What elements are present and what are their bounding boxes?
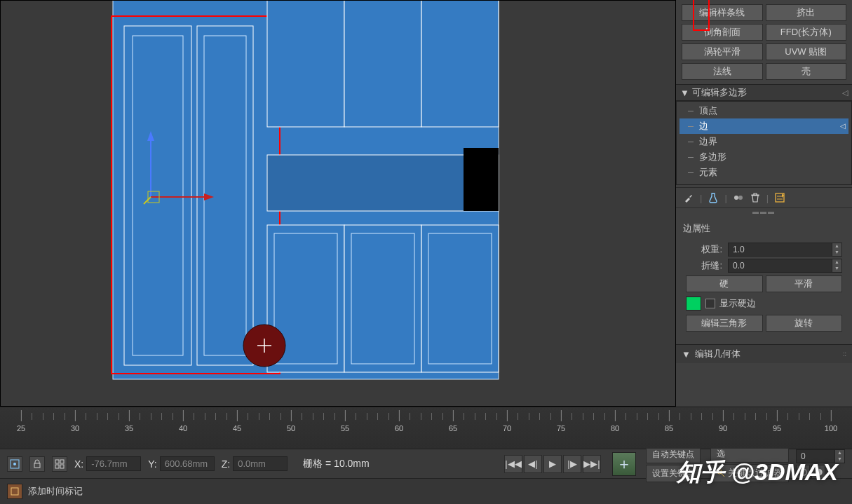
svg-rect-32 (55, 460, 59, 463)
modifier-panel: 编辑样条线 挤出 倒角剖面 FFD(长方体) 涡轮平滑 UVW 贴图 法线 壳 … (676, 0, 852, 407)
edit-geometry-label: 编辑几何体 (695, 348, 741, 360)
ruler-tick: 25 (17, 424, 25, 433)
play-icon[interactable]: ▶ (543, 455, 562, 473)
add-time-marker-label[interactable]: 添加时间标记 (28, 485, 83, 498)
pin-icon[interactable] (683, 192, 694, 203)
weight-label: 权重: (686, 243, 722, 256)
ruler-tick: 35 (125, 424, 133, 433)
svg-rect-34 (60, 460, 64, 463)
extrude-button[interactable]: 挤出 (766, 4, 847, 21)
uvw-map-button[interactable]: UVW 贴图 (766, 43, 847, 60)
edit-spline-button[interactable]: 编辑样条线 (682, 4, 763, 21)
subobj-polygon[interactable]: 多边形 (679, 149, 848, 165)
lock-icon[interactable] (29, 456, 45, 472)
svg-point-30 (13, 463, 16, 465)
prev-frame-icon[interactable]: ◀| (524, 455, 542, 473)
hard-button[interactable]: 硬 (686, 275, 763, 292)
x-label: X: (74, 458, 83, 470)
stack-arrow-icon: ◁ (842, 88, 848, 97)
nav-icon-2[interactable]: ◑ (811, 465, 825, 479)
transform-type-icon[interactable] (52, 456, 67, 472)
crease-label: 折缝: (686, 259, 722, 272)
key-filters-button[interactable]: 关键点过滤器 (710, 464, 789, 482)
edge-props-title: 边属性 (679, 219, 849, 238)
ffd-box-button[interactable]: FFD(长方体) (766, 24, 847, 41)
svg-rect-10 (464, 148, 499, 211)
turn-button[interactable]: 旋转 (766, 315, 843, 332)
ruler-tick: 65 (449, 424, 457, 433)
goto-end-icon[interactable]: ▶▶| (583, 455, 601, 473)
ruler-tick: 90 (719, 424, 727, 433)
config-icon[interactable] (774, 192, 785, 203)
next-frame-icon[interactable]: |▶ (563, 455, 581, 473)
weight-spinner[interactable]: 1.0 ▲▼ (728, 243, 842, 257)
crease-value[interactable]: 0.0 (729, 259, 832, 272)
svg-rect-8 (421, 0, 499, 127)
ruler-tick: 95 (773, 424, 781, 433)
x-coord-field[interactable]: -76.7mm (86, 456, 141, 471)
rollout-tri-icon: ▼ (682, 349, 691, 360)
stack-title: 可编辑多边形 (692, 86, 747, 99)
z-coord-field[interactable]: 0.0mm (233, 456, 288, 471)
ruler-tick: 30 (71, 424, 79, 433)
edit-geometry-rollout-header[interactable]: ▼ 编辑几何体 :: (676, 344, 852, 363)
subobj-edge[interactable]: 边◁ (679, 118, 848, 134)
svg-rect-7 (344, 0, 421, 127)
smooth-button[interactable]: 平滑 (766, 275, 843, 292)
z-label: Z: (222, 458, 230, 470)
bottom-panel: 253035404550556065707580859095100 X:-76.… (0, 407, 852, 504)
ruler-tick: 40 (179, 424, 187, 433)
svg-point-26 (734, 196, 738, 200)
hardedge-color-swatch[interactable] (686, 297, 701, 311)
turbosmooth-button[interactable]: 涡轮平滑 (682, 43, 763, 60)
flask-icon[interactable] (708, 192, 719, 203)
ruler-tick: 80 (611, 424, 619, 433)
ruler-tick: 85 (665, 424, 673, 433)
script-listener-icon[interactable] (7, 484, 22, 499)
status-bar: X:-76.7mm Y:600.68mm Z:0.0mm 栅格 = 10.0mm… (0, 449, 852, 478)
ruler-tick: 75 (557, 424, 565, 433)
model-wireframe (99, 0, 506, 386)
normal-button[interactable]: 法线 (682, 63, 763, 80)
weight-value[interactable]: 1.0 (729, 243, 832, 256)
show-hardedge-label: 显示硬边 (719, 297, 756, 310)
svg-rect-12 (344, 225, 421, 372)
bevel-profile-button[interactable]: 倒角剖面 (682, 24, 763, 41)
show-end-icon[interactable] (733, 192, 744, 203)
subobj-vertex[interactable]: 顶点 (679, 103, 848, 118)
nav-icon-1[interactable]: ◐ (796, 465, 810, 479)
subobj-element[interactable]: 元素 (679, 165, 848, 180)
show-hardedge-checkbox[interactable] (705, 299, 715, 308)
current-frame-spinner[interactable]: 0▲▼ (796, 449, 845, 463)
collapse-tri-icon: ▼ (680, 88, 689, 98)
crease-spinner[interactable]: 0.0 ▲▼ (728, 259, 842, 273)
time-ruler[interactable]: 253035404550556065707580859095100 (0, 407, 852, 449)
svg-rect-33 (60, 465, 64, 468)
ruler-tick: 100 (825, 424, 837, 433)
key-icon (717, 469, 725, 477)
ruler-tick: 60 (395, 424, 403, 433)
selection-lock-icon[interactable] (7, 456, 22, 472)
y-label: Y: (148, 458, 156, 470)
ruler-tick: 45 (233, 424, 241, 433)
set-key-button[interactable]: 设置关键点 (646, 465, 701, 482)
subobj-border[interactable]: 边界 (679, 134, 848, 149)
shell-button[interactable]: 壳 (766, 63, 847, 80)
trash-icon[interactable] (750, 192, 761, 203)
edge-properties-rollout: 边属性 权重: 1.0 ▲▼ 折缝: 0.0 ▲▼ 硬 平滑 (679, 219, 849, 340)
goto-start-icon[interactable]: |◀◀ (504, 455, 522, 473)
y-coord-field[interactable]: 600.68mm (160, 456, 215, 471)
viewport[interactable] (0, 0, 676, 407)
set-key-big-button[interactable]: ＋ (612, 452, 636, 476)
ruler-tick: 55 (341, 424, 349, 433)
svg-point-27 (738, 196, 743, 200)
stack-toolbar: | | | (676, 187, 852, 208)
svg-rect-37 (11, 488, 18, 495)
modifier-buttons-grid: 编辑样条线 挤出 倒角剖面 FFD(长方体) 涡轮平滑 UVW 贴图 法线 壳 (676, 0, 852, 84)
grid-label: 栅格 = 10.0mm (303, 458, 370, 470)
edit-triangulation-button[interactable]: 编辑三角形 (686, 315, 763, 332)
stack-header[interactable]: ▼ 可编辑多边形 ◁ (676, 84, 852, 101)
ruler-tick: 50 (287, 424, 295, 433)
subobject-tree: 顶点 边◁ 边界 多边形 元素 (676, 101, 852, 185)
svg-rect-13 (421, 225, 499, 372)
